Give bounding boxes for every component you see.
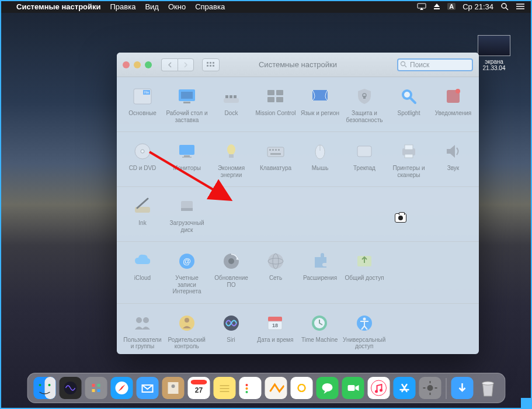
- pref-timemachine[interactable]: Time Machine: [297, 310, 342, 352]
- pref-label: Рабочий стол и заставка: [166, 110, 208, 123]
- menu-window[interactable]: Окно: [168, 2, 186, 11]
- svg-rect-47: [275, 149, 277, 151]
- dock-itunes[interactable]: [367, 377, 390, 399]
- dock-photos[interactable]: [290, 377, 312, 399]
- pref-trackpad[interactable]: Трекпад: [342, 138, 387, 181]
- pref-label: Клавиатура: [260, 165, 291, 178]
- mission-icon: [265, 85, 287, 108]
- pref-keyboard[interactable]: Клавиатура: [253, 138, 298, 181]
- pref-mission[interactable]: Mission Control: [253, 83, 298, 126]
- svg-point-42: [227, 144, 235, 155]
- dock-appstore[interactable]: [393, 377, 415, 399]
- pref-desktop[interactable]: Рабочий стол и заставка: [165, 83, 209, 126]
- back-button[interactable]: [161, 58, 178, 71]
- pref-accessibility[interactable]: Универсальный доступ: [342, 310, 387, 352]
- pref-spotlight[interactable]: Spotlight: [387, 83, 431, 126]
- pref-network[interactable]: Сеть: [253, 248, 298, 297]
- pref-label: Spotlight: [398, 110, 420, 123]
- svg-point-69: [179, 316, 194, 331]
- dock-launchpad[interactable]: [85, 377, 107, 399]
- svg-rect-43: [229, 154, 234, 158]
- internet-icon: @: [176, 250, 198, 272]
- svg-rect-22: [225, 95, 228, 98]
- menu-help[interactable]: Справка: [195, 2, 225, 11]
- dock-siri[interactable]: [59, 377, 81, 399]
- eject-icon[interactable]: [433, 3, 440, 10]
- control-center-icon[interactable]: [516, 3, 525, 10]
- dock-downloads[interactable]: [451, 377, 473, 399]
- pref-label: Дата и время: [257, 337, 293, 349]
- svg-text:18: 18: [272, 323, 278, 328]
- clock[interactable]: Ср 21:34: [463, 2, 493, 11]
- pref-notifications[interactable]: Уведомления: [431, 83, 475, 126]
- pref-sharing[interactable]: Общий доступ: [342, 248, 387, 297]
- pref-cds[interactable]: CD и DVD: [120, 138, 165, 181]
- pref-mouse[interactable]: Мышь: [298, 138, 342, 181]
- pref-software[interactable]: Обновление ПО: [209, 248, 253, 297]
- svg-rect-49: [270, 153, 281, 155]
- pref-internet[interactable]: @Учетные записи Интернета: [165, 248, 209, 297]
- pref-siri[interactable]: Siri: [209, 310, 253, 352]
- pref-label: Универсальный доступ: [343, 337, 385, 350]
- pref-general[interactable]: FileОсновные: [120, 83, 165, 126]
- pref-language[interactable]: Язык и регион: [298, 83, 342, 126]
- network-icon: [265, 250, 287, 272]
- show-all-button[interactable]: [202, 58, 220, 71]
- dock-finder[interactable]: [33, 377, 55, 399]
- svg-text:@: @: [183, 257, 191, 266]
- pref-displays[interactable]: Мониторы: [165, 138, 209, 181]
- dock-maps[interactable]: [265, 377, 287, 399]
- accessibility-icon: [353, 312, 375, 334]
- pref-parental[interactable]: Родительский контроль: [165, 310, 209, 352]
- prefs-row: InkЗагрузочный диск: [117, 186, 479, 241]
- close-button[interactable]: [123, 61, 130, 68]
- airplay-icon[interactable]: [417, 3, 426, 10]
- pref-security[interactable]: Защита и безопасность: [342, 83, 387, 126]
- language-icon: [309, 85, 331, 108]
- pref-ink[interactable]: Ink: [120, 193, 165, 235]
- svg-point-107: [245, 391, 248, 393]
- dock-trash[interactable]: [477, 377, 499, 399]
- desktop-screenshot-file[interactable]: экрана 21.33.04: [472, 35, 516, 71]
- minimize-button[interactable]: [134, 61, 141, 68]
- pref-energy[interactable]: Экономия энергии: [209, 138, 253, 181]
- general-icon: File: [131, 85, 154, 108]
- forward-button[interactable]: [178, 58, 194, 71]
- pref-extensions[interactable]: Расширения: [298, 248, 342, 297]
- dock-reminders[interactable]: [239, 377, 261, 399]
- pref-printers[interactable]: Принтеры и сканеры: [387, 138, 431, 181]
- dock-messages[interactable]: [316, 377, 338, 399]
- svg-rect-39: [179, 145, 194, 155]
- input-source-indicator[interactable]: А: [447, 3, 455, 10]
- menu-edit[interactable]: Правка: [110, 2, 136, 11]
- dock-calendar[interactable]: 27: [187, 377, 210, 399]
- pref-users[interactable]: Пользователи и группы: [120, 310, 165, 352]
- svg-point-85: [88, 380, 103, 396]
- cds-icon: [131, 140, 154, 162]
- dock-safari[interactable]: [110, 377, 133, 399]
- svg-point-33: [404, 92, 410, 98]
- sound-icon: [442, 140, 464, 162]
- pref-icloud[interactable]: iCloud: [120, 248, 165, 297]
- pref-datetime[interactable]: 18Дата и время: [253, 310, 297, 352]
- pref-startup[interactable]: Загрузочный диск: [165, 193, 209, 235]
- svg-rect-98: [190, 380, 207, 384]
- search-input[interactable]: [397, 58, 473, 71]
- pref-dock[interactable]: Dock: [209, 83, 253, 126]
- svg-point-70: [185, 318, 189, 323]
- svg-rect-7: [207, 62, 208, 64]
- dock-mail[interactable]: [136, 377, 158, 399]
- dock-notes[interactable]: [213, 377, 235, 399]
- zoom-button[interactable]: [145, 61, 152, 68]
- dock-preferences[interactable]: [419, 377, 441, 399]
- svg-point-36: [455, 89, 460, 93]
- spotlight-icon[interactable]: [500, 2, 509, 11]
- app-menu[interactable]: Системные настройки: [16, 2, 101, 11]
- startup-icon: [176, 195, 198, 217]
- pref-sound[interactable]: Звук: [431, 138, 475, 181]
- pref-label: Расширения: [303, 275, 337, 287]
- dock-facetime[interactable]: [342, 377, 364, 399]
- svg-rect-57: [181, 201, 193, 209]
- menu-view[interactable]: Вид: [145, 2, 159, 11]
- dock-contacts[interactable]: [162, 377, 184, 399]
